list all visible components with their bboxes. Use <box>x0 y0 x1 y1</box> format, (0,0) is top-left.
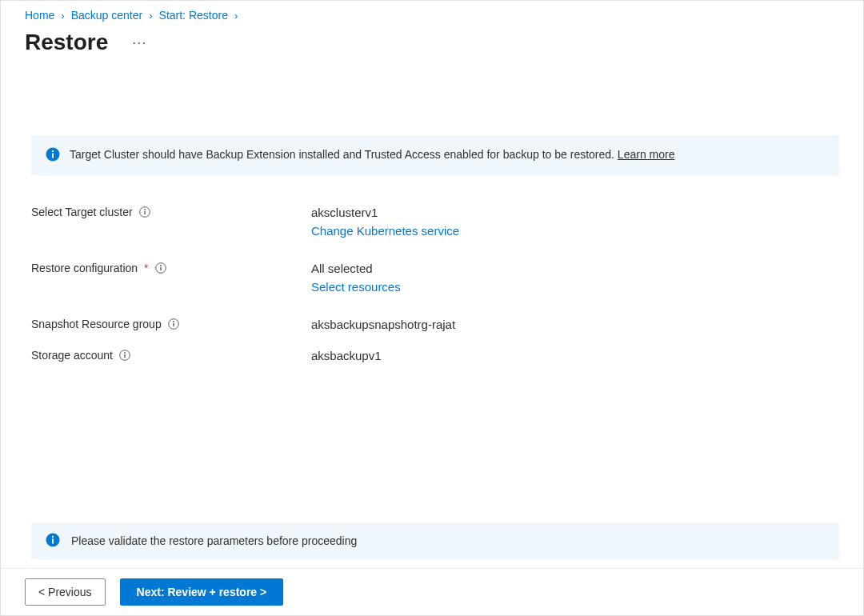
breadcrumb-backup-center[interactable]: Backup center <box>71 9 143 22</box>
breadcrumb-start-restore[interactable]: Start: Restore <box>159 9 228 22</box>
info-icon[interactable] <box>139 206 150 218</box>
breadcrumb: Home › Backup center › Start: Restore › <box>1 1 863 26</box>
info-banner-text: Target Cluster should have Backup Extens… <box>70 148 614 161</box>
svg-rect-7 <box>160 267 161 270</box>
svg-point-14 <box>124 352 126 354</box>
select-resources-link[interactable]: Select resources <box>311 280 401 294</box>
change-kubernetes-service-link[interactable]: Change Kubernetes service <box>311 224 459 238</box>
more-actions-button[interactable]: ··· <box>132 38 146 46</box>
svg-rect-1 <box>52 154 54 158</box>
restore-configuration-value: All selected <box>311 262 401 275</box>
chevron-right-icon: › <box>149 10 152 22</box>
svg-point-2 <box>52 150 54 152</box>
info-icon[interactable] <box>168 318 179 330</box>
svg-point-11 <box>173 321 174 322</box>
info-banner: Target Cluster should have Backup Extens… <box>31 135 839 175</box>
svg-point-8 <box>160 265 162 266</box>
restore-configuration-label: Restore configuration <box>31 262 138 274</box>
footer: < Previous Next: Review + restore > <box>1 568 863 615</box>
svg-rect-13 <box>124 354 125 358</box>
svg-rect-10 <box>173 323 174 326</box>
previous-button[interactable]: < Previous <box>25 578 106 606</box>
storage-account-value: aksbackupv1 <box>311 349 382 362</box>
target-cluster-value: aksclusterv1 <box>311 206 459 219</box>
snapshot-resource-group-value: aksbackupsnapshotrg-rajat <box>311 318 455 331</box>
info-icon <box>46 147 60 164</box>
svg-rect-4 <box>144 211 145 214</box>
info-icon[interactable] <box>119 350 130 361</box>
learn-more-link[interactable]: Learn more <box>618 148 675 161</box>
info-icon <box>46 533 60 550</box>
chevron-right-icon: › <box>61 10 64 22</box>
svg-point-5 <box>144 209 146 210</box>
snapshot-resource-group-label: Snapshot Resource group <box>31 318 162 330</box>
validate-banner-text: Please validate the restore parameters b… <box>71 533 357 549</box>
next-review-restore-button[interactable]: Next: Review + restore > <box>120 578 284 606</box>
info-icon[interactable] <box>155 262 166 274</box>
breadcrumb-home[interactable]: Home <box>25 9 54 22</box>
svg-rect-16 <box>52 539 54 544</box>
svg-point-17 <box>52 536 54 538</box>
validate-banner: Please validate the restore parameters b… <box>31 522 839 559</box>
required-indicator: * <box>144 262 148 274</box>
chevron-right-icon: › <box>234 10 238 22</box>
storage-account-label: Storage account <box>31 349 113 362</box>
target-cluster-label: Select Target cluster <box>31 206 133 218</box>
page-title: Restore <box>25 30 108 55</box>
